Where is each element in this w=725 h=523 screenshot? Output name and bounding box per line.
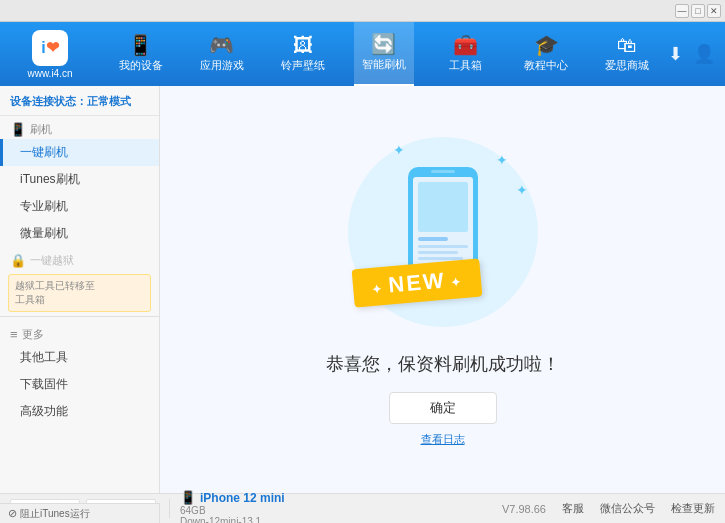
tutorial-icon: 🎓 [534,35,559,55]
shop-icon: 🛍 [617,35,637,55]
sidebar-pro-flash[interactable]: 专业刷机 [0,193,159,220]
nav-app-games-label: 应用游戏 [200,58,244,73]
maximize-btn[interactable]: □ [691,4,705,18]
status-value: 正常模式 [87,95,131,107]
minimize-btn[interactable]: — [675,4,689,18]
logo-area[interactable]: i❤ www.i4.cn [0,22,100,86]
nav-shop-label: 爱思商城 [605,58,649,73]
flash-section-label: 刷机 [30,122,52,137]
my-device-icon: 📱 [128,35,153,55]
success-message: 恭喜您，保资料刷机成功啦！ [326,352,560,376]
jailbreak-label: 一键越狱 [30,253,74,268]
download-btn[interactable]: ⬇ [668,43,683,65]
device-status: 设备连接状态：正常模式 [0,90,159,116]
status-label: 设备连接状态： [10,95,87,107]
device-info: 📱 iPhone 12 mini 64GB Down-12mini-13,1 [170,490,502,523]
sparkle-1: ✦ [496,152,508,168]
svg-rect-3 [431,170,455,173]
nav-wallpaper-label: 铃声壁纸 [281,58,325,73]
nav-toolbox[interactable]: 🧰 工具箱 [435,22,495,86]
sidebar-one-click-flash[interactable]: 一键刷机 [0,139,159,166]
success-visual: NEW ✦ ✦ ✦ [343,132,543,332]
wallpaper-icon: 🖼 [293,35,313,55]
itunes-status-bar: ⊘ 阻止iTunes运行 [0,503,160,523]
itunes-status-text: 阻止iTunes运行 [20,507,90,521]
device-phone-icon: 📱 [180,490,196,505]
toolbox-icon: 🧰 [453,35,478,55]
logo-text: www.i4.cn [27,68,72,79]
user-btn[interactable]: 👤 [693,43,715,65]
content-area: NEW ✦ ✦ ✦ 恭喜您，保资料刷机成功啦！ 确定 查看日志 [160,86,725,493]
sparkle-3: ✦ [393,142,405,158]
sidebar-other-tools[interactable]: 其他工具 [0,344,159,371]
more-icon: ≡ [10,327,18,342]
nav-my-device[interactable]: 📱 我的设备 [111,22,171,86]
device-model: Down-12mini-13,1 [180,516,492,523]
close-btn[interactable]: ✕ [707,4,721,18]
nav-tutorial-label: 教程中心 [524,58,568,73]
logo-icon: i❤ [32,30,68,66]
wechat-link[interactable]: 微信公众号 [600,501,655,516]
sidebar-itunes-flash[interactable]: iTunes刷机 [0,166,159,193]
smart-flash-icon: 🔄 [371,34,396,54]
sidebar: 设备连接状态：正常模式 📱 刷机 一键刷机 iTunes刷机 专业刷机 微量刷机… [0,86,160,493]
device-name: iPhone 12 mini [200,491,285,505]
check-update-link[interactable]: 检查更新 [671,501,715,516]
main-area: 设备连接状态：正常模式 📱 刷机 一键刷机 iTunes刷机 专业刷机 微量刷机… [0,86,725,493]
jailbreak-notice: 越狱工具已转移至 工具箱 [8,274,151,312]
nav-wallpaper[interactable]: 🖼 铃声壁纸 [273,22,333,86]
sparkle-2: ✦ [516,182,528,198]
section-flash: 📱 刷机 [0,116,159,139]
nav-items: 📱 我的设备 🎮 应用游戏 🖼 铃声壁纸 🔄 智能刷机 🧰 工具箱 🎓 教程中心… [100,22,668,86]
nav-my-device-label: 我的设备 [119,58,163,73]
customer-service-link[interactable]: 客服 [562,501,584,516]
version-text: V7.98.66 [502,503,546,515]
nav-smart-flash-label: 智能刷机 [362,57,406,72]
header: i❤ www.i4.cn 📱 我的设备 🎮 应用游戏 🖼 铃声壁纸 🔄 智能刷机… [0,22,725,86]
itunes-status-icon: ⊘ [8,507,17,520]
title-bar: — □ ✕ [0,0,725,22]
nav-right: ⬇ 👤 [668,43,725,65]
sidebar-micro-flash[interactable]: 微量刷机 [0,220,159,247]
sidebar-advanced[interactable]: 高级功能 [0,398,159,425]
nav-toolbox-label: 工具箱 [449,58,482,73]
svg-rect-5 [418,237,448,241]
confirm-button[interactable]: 确定 [389,392,497,424]
svg-rect-4 [418,182,468,232]
svg-rect-7 [418,251,458,254]
section-more: ≡ 更多 [0,321,159,344]
again-link[interactable]: 查看日志 [421,432,465,447]
nav-tutorial[interactable]: 🎓 教程中心 [516,22,576,86]
bottom-right-area: V7.98.66 客服 微信公众号 检查更新 [502,501,715,516]
sidebar-download-firmware[interactable]: 下载固件 [0,371,159,398]
more-label: 更多 [22,327,44,342]
nav-shop[interactable]: 🛍 爱思商城 [597,22,657,86]
sidebar-divider [0,316,159,317]
nav-app-games[interactable]: 🎮 应用游戏 [192,22,252,86]
nav-smart-flash[interactable]: 🔄 智能刷机 [354,22,414,86]
app-games-icon: 🎮 [209,35,234,55]
jailbreak-icon: 🔒 [10,253,26,268]
device-storage: 64GB [180,505,492,516]
section-jailbreak: 🔒 一键越狱 [0,247,159,270]
svg-rect-6 [418,245,468,248]
flash-section-icon: 📱 [10,122,26,137]
